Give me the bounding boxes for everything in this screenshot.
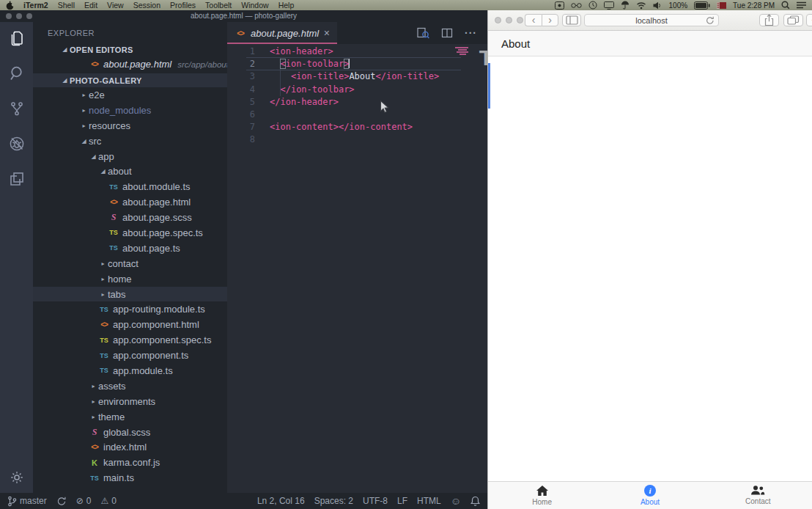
tab-about-page-html[interactable]: <> about.page.html × [227, 22, 337, 44]
spotlight-icon[interactable] [781, 1, 790, 10]
menu-window[interactable]: Window [241, 0, 268, 10]
volume-icon[interactable] [653, 1, 662, 10]
wifi-icon[interactable] [636, 1, 646, 10]
battery-icon[interactable] [694, 1, 710, 10]
tab-home[interactable]: Home [488, 482, 596, 509]
folder-src[interactable]: ◢src [33, 133, 227, 149]
sync-status[interactable] [56, 497, 67, 506]
menu-edit[interactable]: Edit [84, 0, 97, 10]
folder-environments[interactable]: ▸environments [33, 394, 227, 409]
status-0[interactable]: ⚠0 [100, 496, 116, 506]
code-line-4[interactable]: 4 </ion-toolbar> [227, 84, 487, 96]
menu-profiles[interactable]: Profiles [170, 0, 196, 10]
file-about.module.ts[interactable]: TSabout.module.ts [33, 179, 227, 194]
back-button[interactable]: ‹ [525, 14, 542, 26]
file-app.component.html[interactable]: <>app.component.html [33, 317, 227, 332]
settings-gear-icon[interactable] [0, 471, 33, 484]
menubar-clock[interactable]: Tue 2:28 PM [733, 1, 775, 10]
menu-session[interactable]: Session [133, 0, 160, 10]
file-app.component.ts[interactable]: TSapp.component.ts [33, 348, 227, 363]
folder-app[interactable]: ◢app [33, 149, 227, 164]
zoom-button[interactable] [517, 17, 523, 23]
folder-contact[interactable]: ▸contact [33, 256, 227, 271]
clock-icon[interactable] [588, 1, 597, 10]
vscode-titlebar[interactable]: about.page.html — photo-gallery [0, 10, 487, 22]
share-button[interactable] [759, 14, 779, 26]
menu-list-icon[interactable] [797, 1, 806, 9]
file-about.page.spec.ts[interactable]: TSabout.page.spec.ts [33, 225, 227, 241]
menu-help[interactable]: Help [278, 0, 295, 10]
file-app.module.ts[interactable]: TSapp.module.ts [33, 363, 227, 378]
status-master[interactable]: master [7, 496, 47, 507]
debug-icon[interactable] [8, 135, 26, 153]
folder-theme[interactable]: ▸theme [33, 409, 227, 425]
status-utf-8[interactable]: UTF-8 [363, 496, 388, 506]
folder-about[interactable]: ◢about [33, 164, 227, 179]
sidebar-button[interactable] [562, 14, 581, 26]
more-actions-icon[interactable]: ··· [465, 27, 477, 39]
close-tab-icon[interactable]: × [324, 28, 330, 38]
open-editors-header[interactable]: ◢ OPEN EDITORS [33, 43, 227, 56]
new-tab-button[interactable]: + [806, 14, 812, 26]
code-line-5[interactable]: 5</ion-header> [227, 96, 487, 109]
code-line-8[interactable]: 8 [227, 133, 487, 146]
file-about.page.html[interactable]: <>about.page.html [33, 194, 227, 210]
search-icon[interactable] [8, 65, 26, 82]
bell-status[interactable] [470, 496, 480, 506]
file-karma.conf.js[interactable]: Kkarma.conf.js [33, 455, 227, 470]
git-icon[interactable] [8, 100, 26, 117]
zoom-button[interactable] [26, 13, 32, 19]
display-icon[interactable] [604, 1, 614, 10]
open-editor-item[interactable]: <> about.page.html src/app/about [33, 56, 227, 72]
smiley-status[interactable]: ☺ [451, 495, 461, 507]
close-button[interactable] [6, 13, 12, 19]
file-about.page.scss[interactable]: Sabout.page.scss [33, 210, 227, 225]
code-line-1[interactable]: 1<ion-header> [227, 45, 487, 58]
code-line-7[interactable]: 7<ion-content></ion-content> [227, 121, 487, 133]
extensions-icon[interactable] [8, 170, 26, 188]
menu-view[interactable]: View [107, 0, 124, 10]
minimize-button[interactable] [506, 17, 512, 23]
folder-tabs[interactable]: ▸tabs [33, 287, 227, 302]
apple-icon[interactable] [6, 1, 14, 10]
menu-shell[interactable]: Shell [58, 0, 75, 10]
folder-e2e[interactable]: ▸e2e [33, 87, 227, 103]
glasses-icon[interactable] [571, 2, 582, 9]
umbrella-icon[interactable] [621, 1, 630, 10]
open-preview-icon[interactable] [417, 27, 429, 39]
reload-icon[interactable] [706, 16, 715, 25]
folder-assets[interactable]: ▸assets [33, 378, 227, 394]
folder-resources[interactable]: ▸resources [33, 118, 227, 133]
code-line-6[interactable]: 6 [227, 109, 487, 121]
files-icon[interactable] [8, 29, 26, 47]
status-spaces-2[interactable]: Spaces: 2 [314, 496, 353, 506]
flag-icon[interactable] [717, 2, 726, 9]
status-ln-2-col-16[interactable]: Ln 2, Col 16 [257, 496, 305, 506]
minimize-button[interactable] [16, 13, 22, 19]
menu-toolbelt[interactable]: Toolbelt [205, 0, 232, 10]
minimap[interactable] [452, 46, 474, 56]
menu-iterm2[interactable]: iTerm2 [23, 0, 48, 10]
code-line-3[interactable]: 3 <ion-title>About</ion-title> [227, 70, 487, 83]
code-line-2[interactable]: 2 <ion-toolbar> [227, 58, 487, 70]
file-about.page.ts[interactable]: TSabout.page.ts [33, 241, 227, 256]
file-app.component.spec.ts[interactable]: TSapp.component.spec.ts [33, 332, 227, 348]
file-index.html[interactable]: <>index.html [33, 439, 227, 455]
file-main.ts[interactable]: TSmain.ts [33, 470, 227, 486]
forward-button[interactable]: › [542, 14, 558, 26]
folder-home[interactable]: ▸home [33, 271, 227, 287]
file-app-routing.module.ts[interactable]: TSapp-routing.module.ts [33, 301, 227, 317]
screenshot-icon[interactable] [555, 1, 564, 10]
tab-contact[interactable]: Contact [704, 482, 812, 509]
status-lf[interactable]: LF [397, 496, 407, 506]
file-global.scss[interactable]: Sglobal.scss [33, 425, 227, 440]
status-html[interactable]: HTML [417, 496, 441, 506]
close-button[interactable] [495, 17, 501, 23]
address-bar[interactable]: localhost [584, 14, 719, 26]
split-editor-icon[interactable] [441, 27, 453, 39]
show-tabs-button[interactable] [783, 14, 803, 26]
status-0[interactable]: ⊘0 [76, 496, 92, 506]
tab-about[interactable]: iAbout [596, 482, 704, 509]
project-header[interactable]: ◢ PHOTO-GALLERY [33, 73, 227, 87]
code-editor[interactable]: 1<ion-header>2 <ion-toolbar>3 <ion-title… [227, 44, 487, 493]
